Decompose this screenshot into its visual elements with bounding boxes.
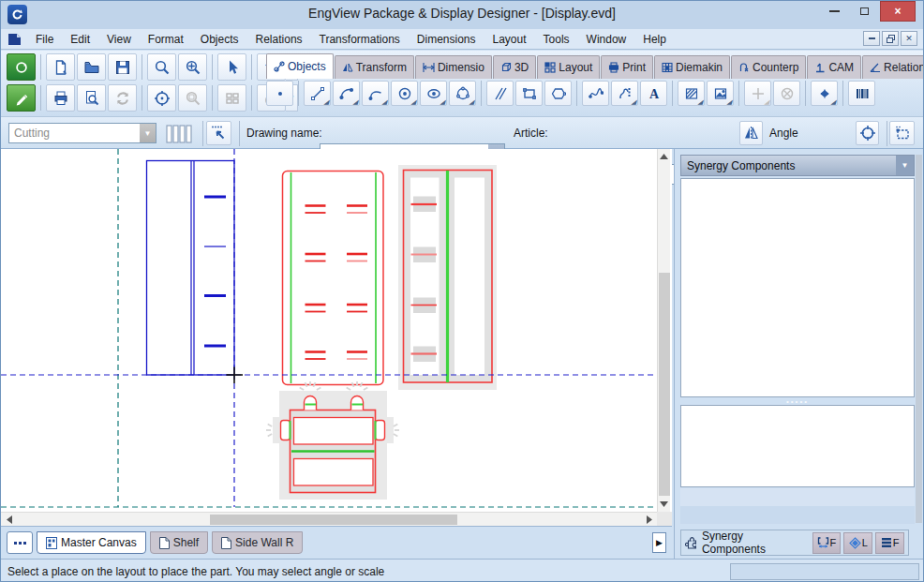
zoom-extents-button[interactable] <box>178 53 207 81</box>
polygon-tool[interactable] <box>544 81 572 106</box>
menu-dimensions[interactable]: Dimensions <box>409 31 484 48</box>
arc-tool[interactable]: ◢ <box>333 81 360 106</box>
vertical-scroll-thumb[interactable] <box>659 273 670 496</box>
synergy-panel: Synergy Components ▼ ••••• Synergy Compo… <box>674 149 923 559</box>
tab-layout[interactable]: Layout <box>537 55 600 79</box>
open-folder-button[interactable] <box>77 53 106 81</box>
stack-rows-button[interactable]: F <box>875 532 904 554</box>
spline-tool[interactable] <box>582 81 609 106</box>
circle-cross-tool[interactable] <box>773 81 800 106</box>
page-icon <box>159 537 170 549</box>
hatch-tool[interactable]: ◢ <box>678 81 705 106</box>
save-button[interactable] <box>108 53 137 81</box>
part-side-wall-ghost[interactable] <box>398 165 497 390</box>
layer-panels-icon[interactable] <box>166 125 194 143</box>
angle-label: Angle <box>769 127 798 140</box>
menu-bar: File Edit View Format Objects Relations … <box>1 29 923 50</box>
menu-view[interactable]: View <box>98 31 140 48</box>
puzzle-icon <box>685 536 699 549</box>
scroll-right-icon[interactable] <box>644 514 655 526</box>
synergy-header-dropdown[interactable]: Synergy Components ▼ <box>680 155 915 176</box>
part-shelf[interactable] <box>266 381 399 500</box>
part-side-wall-red[interactable] <box>283 172 384 385</box>
zoom-button[interactable] <box>147 53 176 81</box>
engview-home-button[interactable] <box>7 53 36 81</box>
tab-diemaking[interactable]: Diemakin <box>654 55 730 79</box>
mirror-button[interactable] <box>739 121 763 145</box>
scroll-left-icon[interactable] <box>4 514 15 526</box>
component-preview[interactable] <box>680 405 915 487</box>
svg-text:A: A <box>648 87 659 101</box>
mdi-minimize-button[interactable] <box>863 31 880 46</box>
horizontal-scrollbar[interactable] <box>1 512 657 526</box>
print-preview-button[interactable] <box>77 84 106 112</box>
menu-edit[interactable]: Edit <box>62 31 98 48</box>
circle-tool[interactable]: ◢ <box>391 81 418 106</box>
print-button[interactable] <box>46 84 75 112</box>
tab-counterplate[interactable]: Counterp <box>731 55 806 79</box>
mdi-close-button[interactable]: ✕ <box>901 31 917 46</box>
tab-relations[interactable]: Relations <box>862 55 924 79</box>
zoom-previous-button[interactable] <box>178 84 207 112</box>
menu-format[interactable]: Format <box>140 31 192 48</box>
scroll-down-icon[interactable] <box>658 499 670 510</box>
fit-width-button[interactable]: F <box>812 532 842 554</box>
circle-3-point-tool[interactable]: ◢ <box>449 81 476 106</box>
diamond-layers-button[interactable]: L <box>843 532 872 554</box>
freehand-tool[interactable]: ◢ <box>611 81 638 106</box>
maximize-button[interactable] <box>850 1 878 22</box>
tab-scroll-right-button[interactable]: ▶ <box>652 532 666 553</box>
menu-layout[interactable]: Layout <box>484 31 535 48</box>
vertical-scrollbar[interactable] <box>657 149 670 512</box>
tab-3d[interactable]: 3D <box>493 55 536 79</box>
dimension-cross-tool[interactable]: ◢ <box>744 81 771 106</box>
close-button[interactable]: × <box>880 1 916 22</box>
resize-arrows-tool[interactable]: ◢ <box>811 81 838 106</box>
part-side-wall-blue[interactable] <box>147 161 235 376</box>
layer-combobox[interactable]: Cutting ▼ <box>8 123 156 143</box>
curve-tool[interactable]: ◢ <box>362 81 389 106</box>
minimize-button[interactable] <box>820 1 848 22</box>
ellipse-tool[interactable]: ◢ <box>420 81 447 106</box>
menu-objects[interactable]: Objects <box>192 31 247 48</box>
rect-select-button[interactable] <box>889 121 915 145</box>
edit-drawing-button[interactable] <box>7 84 36 112</box>
design-canvas[interactable] <box>1 149 657 512</box>
text-tool[interactable]: A <box>640 81 667 106</box>
synergy-components-tab[interactable]: Synergy Components <box>685 530 810 556</box>
select-arrow-button[interactable] <box>217 53 246 81</box>
panel-splitter[interactable]: ••••• <box>680 399 915 404</box>
menu-file[interactable]: File <box>27 31 62 48</box>
line-tool[interactable]: ◢ <box>304 81 331 106</box>
menu-transformations[interactable]: Transformations <box>311 31 409 48</box>
pick-point-button[interactable] <box>206 121 231 145</box>
tab-master-canvas[interactable]: Master Canvas <box>37 531 146 554</box>
point-tool[interactable] <box>266 81 293 106</box>
parallel-lines-tool[interactable] <box>486 81 514 106</box>
mdi-restore-button[interactable] <box>882 31 899 46</box>
tab-print[interactable]: Print <box>601 55 653 79</box>
tab-transform[interactable]: Transform <box>335 55 414 79</box>
tab-shelf[interactable]: Shelf <box>150 531 208 554</box>
tab-cam[interactable]: CAM <box>807 55 861 79</box>
barcode-tool[interactable] <box>848 81 875 106</box>
menu-relations[interactable]: Relations <box>247 31 311 48</box>
menu-window[interactable]: Window <box>578 31 635 48</box>
components-list[interactable] <box>680 178 915 397</box>
scroll-up-icon[interactable] <box>658 151 670 162</box>
image-tool[interactable]: ◢ <box>707 81 734 106</box>
zoom-window-button[interactable] <box>147 84 176 112</box>
menu-help[interactable]: Help <box>634 31 675 48</box>
new-document-button[interactable] <box>46 53 75 81</box>
grid-button[interactable] <box>217 84 246 112</box>
tab-objects[interactable]: Objects <box>266 53 334 79</box>
rectangle-tool[interactable] <box>515 81 543 106</box>
tab-side-wall-r[interactable]: Side Wall R <box>212 531 303 554</box>
menu-tools[interactable]: Tools <box>535 31 578 48</box>
refresh-button[interactable] <box>108 84 137 112</box>
tab-overflow-button[interactable] <box>7 531 33 554</box>
placement-target-button[interactable] <box>856 121 879 145</box>
page-icon <box>221 537 231 549</box>
horizontal-scroll-thumb[interactable] <box>210 515 457 525</box>
tab-dimension[interactable]: Dimensio <box>415 55 492 79</box>
